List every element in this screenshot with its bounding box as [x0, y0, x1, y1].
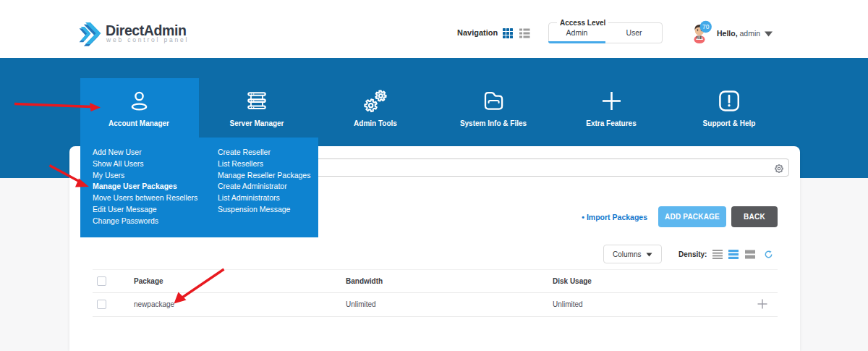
svg-text:70: 70 — [702, 23, 710, 30]
